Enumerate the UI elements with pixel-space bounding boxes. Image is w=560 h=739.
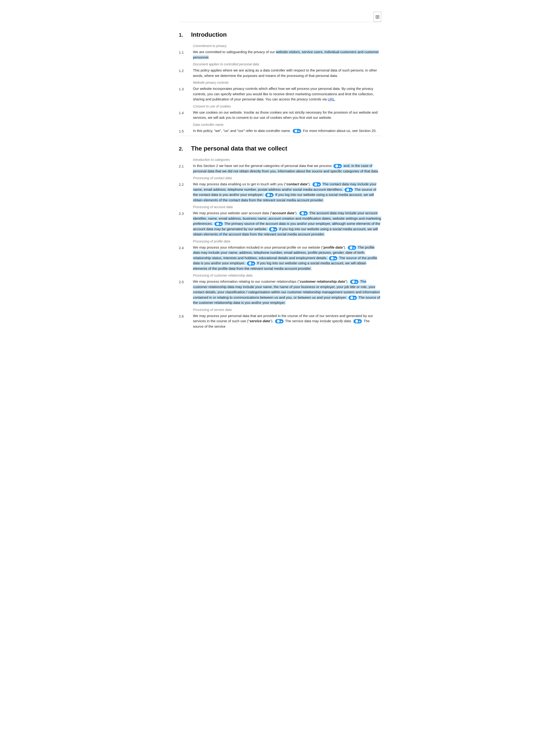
italic-text: specify data bbox=[332, 319, 351, 323]
section-title: The personal data that we collect bbox=[191, 144, 287, 153]
toggle[interactable] bbox=[333, 164, 342, 168]
toggle[interactable] bbox=[350, 280, 359, 284]
toggle[interactable] bbox=[344, 188, 353, 192]
bold-italic-text: service data bbox=[249, 319, 270, 323]
subsection-label: Processing of contact data bbox=[193, 176, 381, 181]
subsection-number: 2.2 bbox=[179, 181, 189, 203]
toggle[interactable] bbox=[312, 182, 321, 186]
bold-italic-text: contact data bbox=[287, 182, 307, 186]
subsection-body: This policy applies where we are acting … bbox=[193, 68, 381, 78]
subsection-number: 1.1 bbox=[179, 49, 189, 60]
subsection-label: Consent to use of cookies bbox=[193, 104, 381, 109]
toggle[interactable] bbox=[215, 222, 223, 226]
toggle[interactable] bbox=[299, 211, 308, 215]
toggle[interactable] bbox=[329, 256, 337, 260]
subsection: 1.4We use cookies on our website. Insofa… bbox=[179, 110, 381, 120]
subsection-label: Introduction to categories bbox=[193, 157, 381, 162]
subsection-label: Document applies to controlled personal … bbox=[193, 62, 381, 67]
subsection-number: 2.6 bbox=[179, 313, 189, 329]
subsection: 2.3We may process your website user acco… bbox=[179, 210, 381, 237]
subsection-body: In this policy, "we", "us" and "our" ref… bbox=[193, 128, 381, 134]
subsection: 1.3Our website incorporates privacy cont… bbox=[179, 86, 381, 102]
toggle[interactable] bbox=[275, 319, 284, 323]
subsection: 2.5We may process information relating t… bbox=[179, 279, 381, 306]
subsection-label: Website privacy controls bbox=[193, 80, 381, 85]
subsection: 1.1We are committed to safeguarding the … bbox=[179, 49, 381, 60]
section-number: 1. bbox=[179, 31, 187, 39]
subsection-number: 1.2 bbox=[179, 68, 189, 78]
toggle[interactable] bbox=[348, 296, 357, 300]
toggle[interactable] bbox=[247, 261, 255, 266]
subsection: 2.6We may process your personal data tha… bbox=[179, 313, 381, 329]
subsection-label: Processing of customer relationship data bbox=[193, 273, 381, 278]
toggle[interactable] bbox=[293, 129, 301, 133]
subsection: 2.4We may process your information inclu… bbox=[179, 245, 381, 271]
subsection-label: Commitment to privacy bbox=[193, 43, 381, 48]
subsection-number: 2.1 bbox=[179, 163, 189, 174]
highlighted-text: and, in the case of personal data that w… bbox=[193, 164, 378, 173]
subsection-body: In this Section 2 we have set out the ge… bbox=[193, 163, 381, 174]
bold-italic-text: account data bbox=[272, 211, 294, 215]
subsection-body: We may process information relating to o… bbox=[193, 279, 381, 306]
subsection: 2.2We may process data enabling us to ge… bbox=[179, 181, 381, 203]
toggle[interactable] bbox=[265, 193, 274, 197]
highlighted-text: website visitors, service users, individ… bbox=[193, 50, 379, 59]
subsection: 1.5In this policy, "we", "us" and "our" … bbox=[179, 128, 381, 134]
subsection: 2.1In this Section 2 we have set out the… bbox=[179, 163, 381, 174]
grid-icon[interactable]: ⊞ bbox=[374, 12, 381, 22]
url-link[interactable]: URL bbox=[328, 97, 335, 101]
subsection-label: Processing of account data bbox=[193, 204, 381, 209]
subsection-number: 2.4 bbox=[179, 245, 189, 271]
subsection-number: 1.5 bbox=[179, 128, 189, 134]
subsection: 1.2This policy applies where we are acti… bbox=[179, 68, 381, 78]
subsection-label: Data controller name bbox=[193, 122, 381, 127]
subsection-body: We may process your personal data that a… bbox=[193, 313, 381, 329]
section-title: Introduction bbox=[191, 30, 227, 39]
subsection-number: 2.3 bbox=[179, 210, 189, 237]
toggle[interactable] bbox=[269, 227, 277, 232]
toggle[interactable] bbox=[354, 319, 362, 323]
subsection-number: 1.4 bbox=[179, 110, 189, 120]
subsection-body: Our website incorporates privacy control… bbox=[193, 86, 381, 102]
subsection-body: We use cookies on our website. Insofar a… bbox=[193, 110, 381, 120]
toggle[interactable] bbox=[348, 246, 356, 250]
bold-italic-text: profile data bbox=[323, 245, 342, 249]
subsection-number: 2.5 bbox=[179, 279, 189, 306]
subsection-body: We are committed to safeguarding the pri… bbox=[193, 49, 381, 60]
subsection-number: 1.3 bbox=[179, 86, 189, 102]
bold-italic-text: customer relationship data bbox=[300, 279, 345, 283]
subsection-body: We may process your information included… bbox=[193, 245, 381, 271]
section-header: 1. Introduction bbox=[179, 22, 381, 42]
subsection-body: We may process your website user account… bbox=[193, 210, 381, 237]
italic-text: data controller name bbox=[258, 129, 290, 133]
section-number: 2. bbox=[179, 145, 187, 153]
section-header: 2. The personal data that we collect bbox=[179, 136, 381, 155]
subsection-body: We may process data enabling us to get i… bbox=[193, 181, 381, 203]
subsection-label: Processing of service data bbox=[193, 307, 381, 312]
subsection-label: Processing of profile data bbox=[193, 239, 381, 244]
